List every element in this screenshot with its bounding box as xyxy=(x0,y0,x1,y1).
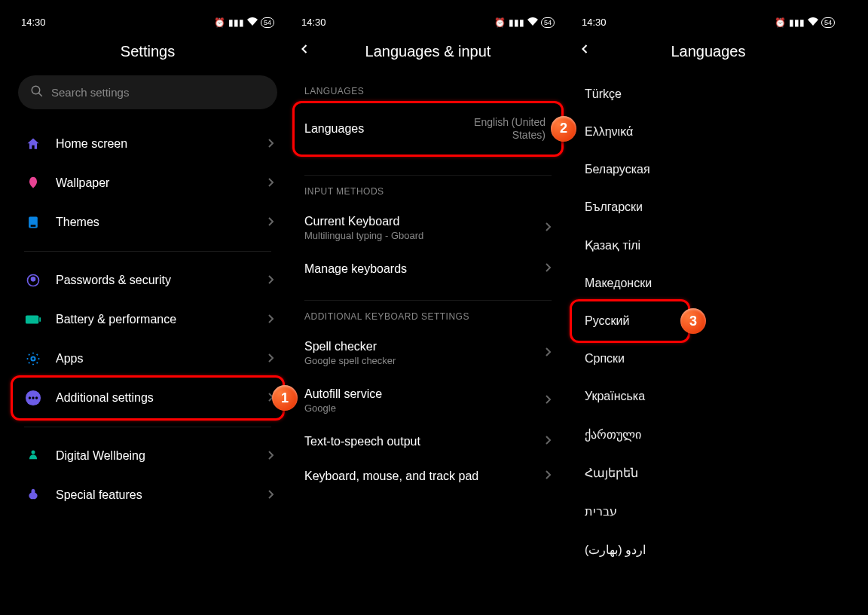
battery-icon: 54 xyxy=(541,17,555,28)
svg-rect-5 xyxy=(26,316,38,324)
item-label: Current Keyboard xyxy=(304,215,544,228)
settings-item[interactable]: Wallpaper xyxy=(14,164,282,203)
item-label: Home screen xyxy=(56,137,253,151)
header: Languages & input xyxy=(294,31,562,75)
svg-point-0 xyxy=(32,86,40,94)
header: Settings xyxy=(14,31,282,75)
wellbeing-icon xyxy=(24,447,42,465)
language-option[interactable]: Беларуская xyxy=(574,151,842,188)
search-icon xyxy=(30,84,44,100)
item-sub: Google xyxy=(304,402,544,414)
search-input[interactable]: Search settings xyxy=(18,75,277,109)
item-label: Passwords & security xyxy=(56,274,253,287)
svg-rect-3 xyxy=(31,225,36,227)
header: Languages xyxy=(574,31,842,75)
language-option[interactable]: Українська xyxy=(574,378,842,415)
settings-item[interactable]: Special features xyxy=(14,476,282,515)
status-bar: 14:30 ⏰ ▮▮▮ 54 xyxy=(294,12,562,31)
svg-point-9 xyxy=(29,396,31,399)
chevron-right-icon xyxy=(544,435,552,448)
language-option[interactable]: Ελληνικά xyxy=(574,113,842,151)
language-option[interactable]: ქართული xyxy=(574,415,842,454)
themes-icon xyxy=(24,213,42,231)
settings-row[interactable]: Spell checkerGoogle spell checker xyxy=(294,329,562,377)
language-option[interactable]: Türkçe xyxy=(574,75,842,113)
chevron-right-icon xyxy=(267,138,274,151)
signal-icon: ▮▮▮ xyxy=(789,17,805,28)
item-label: Themes xyxy=(56,216,253,229)
chevron-right-icon xyxy=(267,450,274,463)
chevron-right-icon xyxy=(544,347,552,360)
screen-languages-input: 14:30 ⏰ ▮▮▮ 54 Languages & input LANGUAG… xyxy=(288,12,568,603)
settings-item[interactable]: Home screen xyxy=(14,124,282,164)
settings-row[interactable]: Text-to-speech output xyxy=(294,424,562,459)
settings-item[interactable]: Passwords & security xyxy=(14,261,282,300)
item-label: Battery & performance xyxy=(56,313,253,326)
language-option[interactable]: Հայերեն xyxy=(574,454,842,492)
status-time: 14:30 xyxy=(582,17,607,28)
language-option[interactable]: עברית xyxy=(574,492,842,531)
language-option[interactable]: Српски xyxy=(574,340,842,378)
back-button[interactable] xyxy=(297,41,312,61)
additional-icon xyxy=(24,389,42,407)
battery-icon: 54 xyxy=(261,17,274,28)
status-time: 14:30 xyxy=(301,17,326,28)
settings-item[interactable]: Themes xyxy=(14,203,282,242)
wifi-icon xyxy=(247,17,258,28)
chevron-right-icon xyxy=(267,177,274,190)
chevron-right-icon xyxy=(267,353,274,366)
chevron-right-icon xyxy=(267,216,274,229)
page-title: Settings xyxy=(121,43,175,60)
svg-line-1 xyxy=(38,93,42,96)
languages-row[interactable]: Languages English (United States) xyxy=(294,104,562,154)
page-title: Languages xyxy=(671,43,746,60)
item-label: Special features xyxy=(56,488,253,502)
svg-point-11 xyxy=(35,396,38,399)
svg-point-10 xyxy=(32,396,34,399)
status-time: 14:30 xyxy=(21,17,46,28)
wallpaper-icon xyxy=(24,174,42,192)
divider xyxy=(24,427,271,427)
wifi-icon xyxy=(808,17,818,28)
settings-item[interactable]: Additional settings xyxy=(14,378,282,418)
settings-row[interactable]: Manage keyboards xyxy=(294,252,562,286)
screen-settings: 14:30 ⏰ ▮▮▮ 54 Settings Search settings … xyxy=(8,12,288,603)
item-label: Wallpaper xyxy=(56,176,253,190)
settings-item[interactable]: Digital Wellbeing xyxy=(14,436,282,476)
item-label: Keyboard, mouse, and track pad xyxy=(304,470,544,483)
chevron-right-icon xyxy=(544,470,552,482)
alarm-icon: ⏰ xyxy=(494,17,506,28)
item-label: Autofill service xyxy=(304,387,544,401)
chevron-right-icon xyxy=(267,392,274,405)
security-icon xyxy=(24,271,42,289)
language-option[interactable]: اردو (بھارت) xyxy=(574,531,842,569)
home-icon xyxy=(24,135,42,153)
status-icons: ⏰ ▮▮▮ 54 xyxy=(494,17,555,28)
status-bar: 14:30 ⏰ ▮▮▮ 54 xyxy=(574,12,842,31)
status-icons: ⏰ ▮▮▮ 54 xyxy=(775,17,835,28)
back-button[interactable] xyxy=(577,41,592,61)
settings-item[interactable]: Apps xyxy=(14,339,282,378)
language-option[interactable]: Македонски xyxy=(574,265,842,302)
settings-row[interactable]: Autofill serviceGoogle xyxy=(294,377,562,424)
settings-item[interactable]: Battery & performance xyxy=(14,300,282,339)
language-option[interactable]: Български xyxy=(574,188,842,226)
settings-row[interactable]: Keyboard, mouse, and track pad xyxy=(294,459,562,494)
language-option[interactable]: Русский xyxy=(574,302,842,340)
battery-icon: 54 xyxy=(821,17,835,28)
divider xyxy=(24,251,271,252)
item-label: Additional settings xyxy=(56,391,253,405)
search-placeholder: Search settings xyxy=(51,86,129,99)
chevron-right-icon xyxy=(544,262,552,275)
settings-row[interactable]: Current KeyboardMultilingual typing - Gb… xyxy=(294,204,562,252)
item-sub: Multilingual typing - Gboard xyxy=(304,230,544,241)
item-sub: Google spell checker xyxy=(304,355,544,366)
svg-point-7 xyxy=(32,357,35,361)
screen-language-list: 14:30 ⏰ ▮▮▮ 54 Languages TürkçeΕλληνικάБ… xyxy=(568,12,848,603)
chevron-right-icon xyxy=(267,489,274,502)
chevron-right-icon xyxy=(544,394,552,407)
wifi-icon xyxy=(527,17,538,28)
svg-point-12 xyxy=(32,451,35,454)
language-option[interactable]: Қазақ тілі xyxy=(574,226,842,265)
svg-rect-6 xyxy=(39,317,41,322)
